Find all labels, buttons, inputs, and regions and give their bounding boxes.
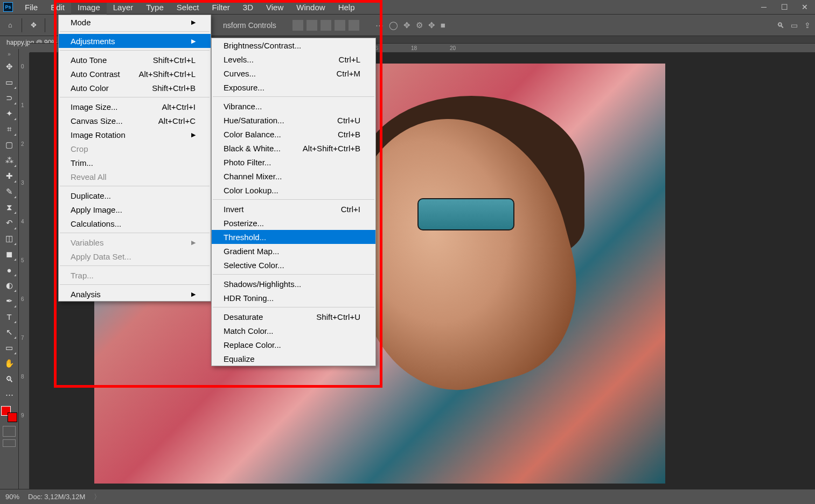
menu-item-label: Mode xyxy=(71,18,91,27)
minimize-button[interactable]: ─ xyxy=(754,3,774,11)
image-menu-auto-contrast[interactable]: Auto ContrastAlt+Shift+Ctrl+L xyxy=(59,67,211,81)
option-icon[interactable]: ⚙ xyxy=(416,20,423,30)
adjust-menu-equalize[interactable]: Equalize xyxy=(212,352,375,366)
adjust-menu-channel-mixer[interactable]: Channel Mixer... xyxy=(212,169,375,183)
move-tool[interactable]: ✥ xyxy=(1,59,17,74)
menu-file[interactable]: File xyxy=(18,0,44,15)
home-icon[interactable]: ⌂ xyxy=(4,19,16,31)
menu-image[interactable]: Image xyxy=(71,0,107,15)
image-menu-apply-image[interactable]: Apply Image... xyxy=(59,202,211,216)
adjust-menu-match-color[interactable]: Match Color... xyxy=(212,324,375,338)
adjust-menu-vibrance[interactable]: Vibrance... xyxy=(212,99,375,113)
photoshop-logo-icon: Ps xyxy=(3,2,13,12)
rect-tool[interactable]: ▭ xyxy=(1,340,17,355)
adjust-menu-black-white[interactable]: Black & White...Alt+Shift+Ctrl+B xyxy=(212,141,375,155)
wand-tool[interactable]: ✦ xyxy=(1,106,17,121)
zoom-level[interactable]: 90% xyxy=(5,493,19,501)
pen-tool[interactable]: ✒ xyxy=(1,293,17,309)
zoom-tool[interactable]: 🔍︎ xyxy=(1,372,17,387)
quick-mask-icon[interactable] xyxy=(3,426,16,437)
menu-window[interactable]: Window xyxy=(290,0,331,15)
option-icon[interactable]: ◯ xyxy=(389,20,398,30)
menubar: Ps FileEditImageLayerTypeSelectFilter3DV… xyxy=(0,0,815,15)
lasso-tool[interactable]: ⊃ xyxy=(1,90,17,106)
toolbox-expand-icon[interactable]: » xyxy=(8,51,11,59)
adjust-menu-brightness-contrast[interactable]: Brightness/Contrast... xyxy=(212,38,375,52)
adjust-menu-color-balance[interactable]: Color Balance...Ctrl+B xyxy=(212,127,375,141)
crop-tool[interactable]: ⌗ xyxy=(1,122,17,137)
more-tool[interactable]: ⋯ xyxy=(1,387,17,402)
gradient-tool[interactable]: ◼ xyxy=(1,247,17,262)
adjust-menu-curves[interactable]: Curves...Ctrl+M xyxy=(212,66,375,80)
adjust-menu-hue-saturation[interactable]: Hue/Saturation...Ctrl+U xyxy=(212,113,375,127)
option-icon[interactable]: ✥ xyxy=(403,20,410,30)
stamp-tool[interactable]: ⧗ xyxy=(1,200,17,215)
color-swatches[interactable] xyxy=(1,406,17,422)
heal-tool[interactable]: ✚ xyxy=(1,169,17,184)
adjust-menu-photo-filter[interactable]: Photo Filter... xyxy=(212,155,375,169)
image-menu-image-size[interactable]: Image Size...Alt+Ctrl+I xyxy=(59,100,211,114)
adjust-menu-shadows-highlights[interactable]: Shadows/Highlights... xyxy=(212,277,375,291)
align-icon[interactable] xyxy=(335,20,345,31)
background-swatch[interactable] xyxy=(8,412,17,422)
adjust-menu-levels[interactable]: Levels...Ctrl+L xyxy=(212,52,375,66)
align-icon[interactable] xyxy=(292,20,303,31)
blur-tool[interactable]: ● xyxy=(1,262,17,277)
marquee-tool[interactable]: ▭ xyxy=(1,75,17,90)
image-menu-adjustments[interactable]: Adjustments▶ xyxy=(59,34,211,48)
menu-select[interactable]: Select xyxy=(170,0,206,15)
align-icons xyxy=(292,20,359,31)
adjust-menu-exposure[interactable]: Exposure... xyxy=(212,80,375,94)
menu-help[interactable]: Help xyxy=(332,0,361,15)
dodge-tool[interactable]: ◐ xyxy=(1,278,17,293)
menu-filter[interactable]: Filter xyxy=(206,0,236,15)
option-icon[interactable]: ✥ xyxy=(428,20,435,30)
menu-3d[interactable]: 3D xyxy=(236,0,260,15)
adjust-menu-hdr-toning[interactable]: HDR Toning... xyxy=(212,291,375,305)
hand-tool[interactable]: ✋ xyxy=(1,356,17,371)
doc-size[interactable]: Doc: 3,12M/3,12M xyxy=(28,493,85,501)
workspace-icon[interactable]: ▭ xyxy=(791,21,798,30)
menu-view[interactable]: View xyxy=(260,0,290,15)
align-icon[interactable] xyxy=(307,20,317,31)
maximize-button[interactable]: ☐ xyxy=(774,3,795,11)
image-menu-image-rotation[interactable]: Image Rotation▶ xyxy=(59,128,211,142)
image-menu-canvas-size[interactable]: Canvas Size...Alt+Ctrl+C xyxy=(59,114,211,128)
adjust-menu-desaturate[interactable]: DesaturateShift+Ctrl+U xyxy=(212,310,375,324)
option-icon[interactable]: ■ xyxy=(441,20,445,30)
adjust-menu-selective-color[interactable]: Selective Color... xyxy=(212,258,375,272)
history-tool[interactable]: ↶ xyxy=(1,215,17,230)
eraser-tool[interactable]: ◫ xyxy=(1,231,17,246)
image-menu-auto-tone[interactable]: Auto ToneShift+Ctrl+L xyxy=(59,53,211,67)
image-menu-calculations[interactable]: Calculations... xyxy=(59,216,211,230)
search-icon[interactable]: 🔍︎ xyxy=(777,21,784,30)
move-tool-icon[interactable]: ✥ xyxy=(27,19,39,31)
adjust-menu-replace-color[interactable]: Replace Color... xyxy=(212,338,375,352)
menu-edit[interactable]: Edit xyxy=(44,0,71,15)
image-menu-duplicate[interactable]: Duplicate... xyxy=(59,188,211,202)
share-icon[interactable]: ⇪ xyxy=(804,21,811,30)
screen-mode-icon[interactable] xyxy=(3,439,16,447)
adjust-menu-posterize[interactable]: Posterize... xyxy=(212,216,375,230)
adjust-menu-invert[interactable]: InvertCtrl+I xyxy=(212,202,375,216)
menu-item-label: Color Balance... xyxy=(224,130,281,139)
frame-tool[interactable]: ▢ xyxy=(1,137,17,152)
menu-layer[interactable]: Layer xyxy=(107,0,140,15)
path-tool[interactable]: ↖ xyxy=(1,325,17,340)
image-menu-mode[interactable]: Mode▶ xyxy=(59,15,211,29)
adjust-menu-threshold[interactable]: Threshold... xyxy=(212,230,375,244)
status-chevron-icon[interactable]: 〉 xyxy=(94,492,101,502)
image-menu-analysis[interactable]: Analysis▶ xyxy=(59,287,211,301)
adjust-menu-gradient-map[interactable]: Gradient Map... xyxy=(212,244,375,258)
image-menu-trim[interactable]: Trim... xyxy=(59,156,211,170)
image-menu-auto-color[interactable]: Auto ColorShift+Ctrl+B xyxy=(59,81,211,95)
menu-type[interactable]: Type xyxy=(140,0,170,15)
align-icon[interactable] xyxy=(321,20,331,31)
align-icon[interactable] xyxy=(349,20,359,31)
adjust-menu-color-lookup[interactable]: Color Lookup... xyxy=(212,183,375,197)
eyedropper-tool[interactable]: ⁂ xyxy=(1,153,17,168)
option-icon[interactable]: ⋯ xyxy=(375,20,384,30)
close-button[interactable]: ✕ xyxy=(795,3,815,11)
brush-tool[interactable]: ✎ xyxy=(1,184,17,199)
type-tool[interactable]: T xyxy=(1,309,17,324)
